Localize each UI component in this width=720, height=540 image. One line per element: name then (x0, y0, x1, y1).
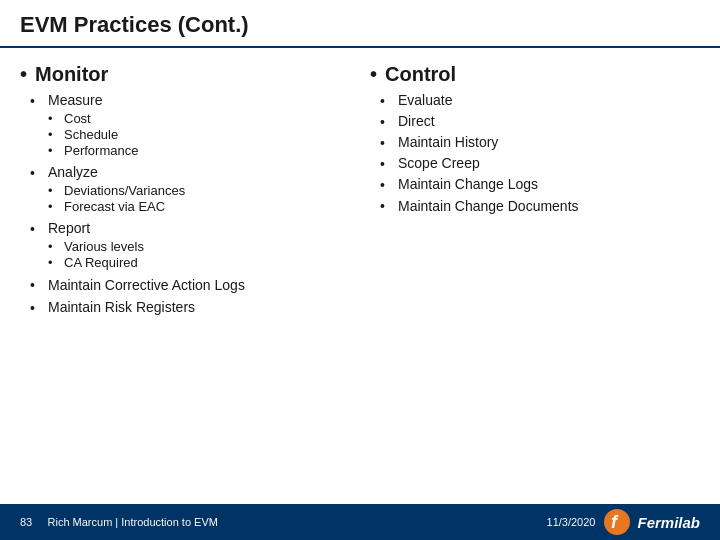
maintain-change-docs-bullet: • (380, 198, 392, 214)
scope-creep-bullet: • (380, 156, 392, 172)
direct-bullet: • (380, 114, 392, 130)
schedule-bullet: • (48, 127, 58, 142)
measure-label: Measure (48, 92, 102, 108)
various-levels-item: • Various levels (48, 239, 350, 254)
maintain-change-logs-item: • Maintain Change Logs (380, 176, 700, 193)
various-levels-bullet: • (48, 239, 58, 254)
footer-right: 11/3/2020 f Fermilab (547, 508, 700, 536)
slide-footer: 83 Rich Marcum | Introduction to EVM 11/… (0, 504, 720, 540)
maintain-corrective-bullet: • (30, 277, 42, 293)
slide: EVM Practices (Cont.) • Monitor • Measur… (0, 0, 720, 540)
maintain-history-label: Maintain History (398, 134, 498, 150)
scope-creep-label: Scope Creep (398, 155, 480, 171)
cost-bullet: • (48, 111, 58, 126)
slide-title: EVM Practices (Cont.) (20, 12, 249, 37)
schedule-label: Schedule (64, 127, 118, 142)
footer-date: 11/3/2020 (547, 516, 596, 528)
performance-item: • Performance (48, 143, 350, 158)
monitor-bullet: • (20, 63, 27, 86)
deviations-label: Deviations/Variances (64, 183, 185, 198)
maintain-change-docs-label: Maintain Change Documents (398, 197, 579, 216)
measure-bullet: • (30, 93, 42, 109)
analyze-bullet: • (30, 165, 42, 181)
right-column: • Control • Evaluate • Direct • Maintain… (370, 58, 700, 504)
forecast-item: • Forecast via EAC (48, 199, 350, 214)
evaluate-bullet: • (380, 93, 392, 109)
maintain-corrective-item: • Maintain Corrective Action Logs (30, 276, 350, 295)
report-bullet: • (30, 221, 42, 237)
fermilab-logo-icon: f (603, 508, 631, 536)
left-column: • Monitor • Measure • Cost • Schedule • … (20, 58, 350, 504)
direct-label: Direct (398, 113, 435, 129)
maintain-change-docs-item: • Maintain Change Documents (380, 197, 700, 216)
maintain-corrective-label: Maintain Corrective Action Logs (48, 276, 245, 295)
deviations-item: • Deviations/Variances (48, 183, 350, 198)
maintain-history-bullet: • (380, 135, 392, 151)
evaluate-label: Evaluate (398, 92, 452, 108)
maintain-change-logs-label: Maintain Change Logs (398, 176, 538, 192)
footer-presenter: Rich Marcum | Introduction to EVM (48, 516, 218, 528)
fermilab-logo-text: Fermilab (637, 514, 700, 531)
slide-header: EVM Practices (Cont.) (0, 0, 720, 48)
monitor-section-title: • Monitor (20, 63, 350, 86)
analyze-label: Analyze (48, 164, 98, 180)
maintain-risk-label: Maintain Risk Registers (48, 299, 195, 315)
control-section-title: • Control (370, 63, 700, 86)
monitor-title: Monitor (35, 63, 108, 86)
various-levels-label: Various levels (64, 239, 144, 254)
cost-item: • Cost (48, 111, 350, 126)
maintain-risk-bullet: • (30, 300, 42, 316)
evaluate-item: • Evaluate (380, 92, 700, 109)
cost-label: Cost (64, 111, 91, 126)
report-item: • Report (30, 220, 350, 237)
slide-content: • Monitor • Measure • Cost • Schedule • … (0, 48, 720, 504)
fermilab-logo: f Fermilab (603, 508, 700, 536)
schedule-item: • Schedule (48, 127, 350, 142)
measure-item: • Measure (30, 92, 350, 109)
page-number: 83 (20, 516, 32, 528)
control-title: Control (385, 63, 456, 86)
footer-left: 83 Rich Marcum | Introduction to EVM (20, 516, 218, 528)
forecast-bullet: • (48, 199, 58, 214)
performance-label: Performance (64, 143, 138, 158)
svg-point-0 (604, 509, 630, 535)
maintain-history-item: • Maintain History (380, 134, 700, 151)
deviations-bullet: • (48, 183, 58, 198)
direct-item: • Direct (380, 113, 700, 130)
performance-bullet: • (48, 143, 58, 158)
ca-required-item: • CA Required (48, 255, 350, 270)
ca-required-label: CA Required (64, 255, 138, 270)
report-label: Report (48, 220, 90, 236)
maintain-risk-item: • Maintain Risk Registers (30, 299, 350, 316)
scope-creep-item: • Scope Creep (380, 155, 700, 172)
ca-required-bullet: • (48, 255, 58, 270)
analyze-item: • Analyze (30, 164, 350, 181)
maintain-change-logs-bullet: • (380, 177, 392, 193)
control-bullet: • (370, 63, 377, 86)
forecast-label: Forecast via EAC (64, 199, 165, 214)
